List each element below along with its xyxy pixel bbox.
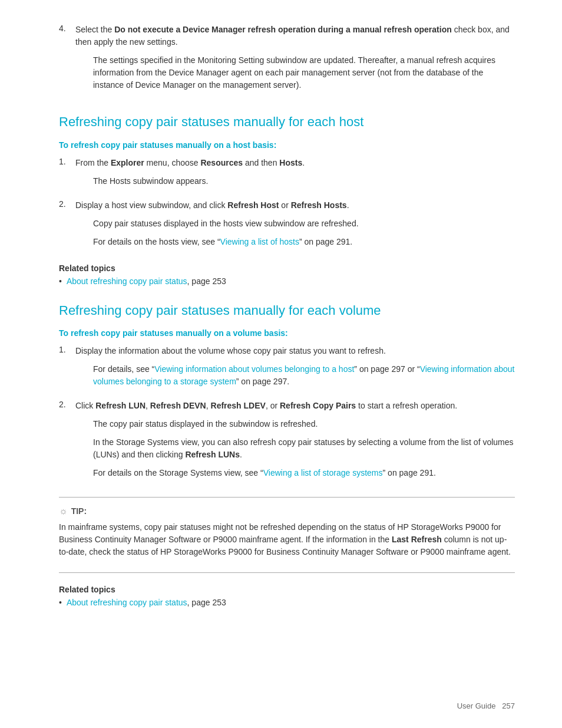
section1-bullet1-page: , page 253 xyxy=(187,276,226,286)
step1-bold1: Explorer xyxy=(111,158,144,167)
step4-para: The settings specified in the Monitoring… xyxy=(93,54,515,91)
intro-step4: 4. Select the Do not execute a Device Ma… xyxy=(59,24,515,97)
s2step1-mid: ” on page 297 or “ xyxy=(354,364,419,374)
step2-pre: Display a host view subwindow, and click xyxy=(75,200,227,210)
step1-mid2: and then xyxy=(243,158,279,167)
section2-bullet-dot: • xyxy=(59,598,62,607)
step2-end: . xyxy=(347,200,349,210)
section2-step1-text: Display the information about the volume… xyxy=(75,345,515,357)
tip-label-row: ☼ TIP: xyxy=(59,506,515,516)
section1-step1-indent: The Hosts subwindow appears. xyxy=(93,175,515,187)
section1-step2-content: Display a host view subwindow, and click… xyxy=(75,199,515,254)
s2step1-pre: For details, see “ xyxy=(93,364,154,374)
section1-step1: 1. From the Explorer menu, choose Resour… xyxy=(59,157,515,193)
section2-step2-indent: The copy pair status displayed in the su… xyxy=(93,418,515,479)
tip-box: ☼ TIP: In mainframe systems, copy pair s… xyxy=(59,497,515,573)
section2-step2-indent3: For details on the Storage Systems view,… xyxy=(93,467,515,479)
section2-bullet1-page: , page 253 xyxy=(187,598,226,607)
step4-indent: The settings specified in the Monitoring… xyxy=(93,54,515,91)
s2step2-comma1: , xyxy=(146,401,150,410)
tip-icon: ☼ xyxy=(59,506,68,516)
s2i1-end: subwindow is refreshed. xyxy=(229,419,318,429)
step2-indent2-end: ” on page 291. xyxy=(299,237,352,246)
footer-page-num: 257 xyxy=(502,701,515,710)
page: 4. Select the Do not execute a Device Ma… xyxy=(0,0,562,728)
step1-bold3: Hosts xyxy=(279,158,302,167)
section2-step1-indent: For details, see “Viewing information ab… xyxy=(93,363,515,388)
section1-related-topics-label: Related topics xyxy=(59,263,515,273)
step2-indent2-pre: For details on the hosts view, see “ xyxy=(93,237,220,246)
viewing-storage-systems-link[interactable]: Viewing a list of storage systems xyxy=(263,468,383,477)
s2step2-bold3: Refresh LDEV xyxy=(211,401,266,410)
section2-related-topics-label: Related topics xyxy=(59,585,515,594)
section1-bullet-dot: • xyxy=(59,276,62,286)
section1-subheading: To refresh copy pair statuses manually o… xyxy=(59,140,515,150)
section2-step2-indent2: In the Storage Systems view, you can als… xyxy=(93,436,515,461)
step1-pre: From the xyxy=(75,158,111,167)
s2step2-end: to start a refresh operation. xyxy=(356,401,457,410)
s2i2-text: In the Storage Systems view, you can als… xyxy=(93,437,514,459)
footer-label: User Guide xyxy=(457,701,496,710)
s2step2-bold1: Refresh LUN xyxy=(95,401,146,410)
s2i2-bold: Refresh LUNs xyxy=(185,450,240,459)
section2-bullet1: • About refreshing copy pair status, pag… xyxy=(59,598,515,607)
section2-step2-content: Click Refresh LUN, Refresh DEVN, Refresh… xyxy=(75,400,515,485)
section1-step2: 2. Display a host view subwindow, and cl… xyxy=(59,199,515,254)
step4-text: Select the Do not execute a Device Manag… xyxy=(75,24,515,48)
step4-content: Select the Do not execute a Device Manag… xyxy=(75,24,515,97)
section1-about-link[interactable]: About refreshing copy pair status xyxy=(67,276,187,286)
s2step1-end: ” on page 297. xyxy=(236,377,289,386)
step1-end: . xyxy=(302,158,305,167)
tip-label-text: TIP: xyxy=(71,506,87,516)
section1-step2-indent2: For details on the hosts view, see “View… xyxy=(93,236,515,248)
step4-bold: Do not execute a Device Manager refresh … xyxy=(114,25,452,34)
viewing-hosts-link[interactable]: Viewing a list of hosts xyxy=(220,237,299,246)
section1-bullet1: • About refreshing copy pair status, pag… xyxy=(59,276,515,286)
section2-bullet1-content: About refreshing copy pair status, page … xyxy=(67,598,226,607)
section1-step2-num: 2. xyxy=(59,199,75,254)
section2-step1-content: Display the information about the volume… xyxy=(75,345,515,394)
s2step2-pre: Click xyxy=(75,401,95,410)
section1-heading: Refreshing copy pair statuses manually f… xyxy=(59,114,515,131)
section2-step1-indent-text: For details, see “Viewing information ab… xyxy=(93,363,515,388)
section2-step1-num: 1. xyxy=(59,345,75,394)
s2i1-pre: The copy pair status displayed in the xyxy=(93,419,227,429)
section1-step2-indent1: Copy pair statuses displayed in the host… xyxy=(93,218,515,230)
section1-step1-hosts-text: The Hosts subwindow appears. xyxy=(93,175,515,187)
section2-step2-indent1: The copy pair status displayed in the su… xyxy=(93,418,515,430)
tip-bold: Last Refresh xyxy=(392,535,442,544)
section2-step2: 2. Click Refresh LUN, Refresh DEVN, Refr… xyxy=(59,400,515,485)
section2-step2-num: 2. xyxy=(59,400,75,485)
section2-step1: 1. Display the information about the vol… xyxy=(59,345,515,394)
step2-mid: or xyxy=(279,200,290,210)
section2-subheading: To refresh copy pair statuses manually o… xyxy=(59,328,515,338)
section1-step1-num: 1. xyxy=(59,157,75,193)
step2-bold2: Refresh Hosts xyxy=(291,200,347,210)
s2i3-pre: For details on the Storage Systems view,… xyxy=(93,468,263,477)
s2step2-comma3: , or xyxy=(266,401,280,410)
s2step2-comma2: , xyxy=(206,401,211,410)
step1-mid: menu, choose xyxy=(144,158,201,167)
section1-step2-text: Display a host view subwindow, and click… xyxy=(75,199,515,212)
section2-about-link[interactable]: About refreshing copy pair status xyxy=(67,598,187,607)
tip-content: In mainframe systems, copy pair statuses… xyxy=(59,521,515,558)
section1-bullet1-content: About refreshing copy pair status, page … xyxy=(67,276,226,286)
section2-step2-text: Click Refresh LUN, Refresh DEVN, Refresh… xyxy=(75,400,515,412)
section1-step2-indent: Copy pair statuses displayed in the host… xyxy=(93,218,515,248)
s2i3-end: ” on page 291. xyxy=(383,468,436,477)
viewing-volumes-host-link[interactable]: Viewing information about volumes belong… xyxy=(154,364,354,374)
section1-step1-content: From the Explorer menu, choose Resources… xyxy=(75,157,515,193)
s2step2-bold4: Refresh Copy Pairs xyxy=(280,401,356,410)
step1-bold2: Resources xyxy=(200,158,243,167)
section1-step1-text: From the Explorer menu, choose Resources… xyxy=(75,157,515,169)
s2step2-bold2: Refresh DEVN xyxy=(150,401,206,410)
footer: User Guide 257 xyxy=(457,701,515,710)
section2-heading: Refreshing copy pair statuses manually f… xyxy=(59,302,515,319)
step2-bold1: Refresh Host xyxy=(227,200,279,210)
step4-number: 4. xyxy=(59,24,75,97)
s2i2-end: . xyxy=(240,450,242,459)
